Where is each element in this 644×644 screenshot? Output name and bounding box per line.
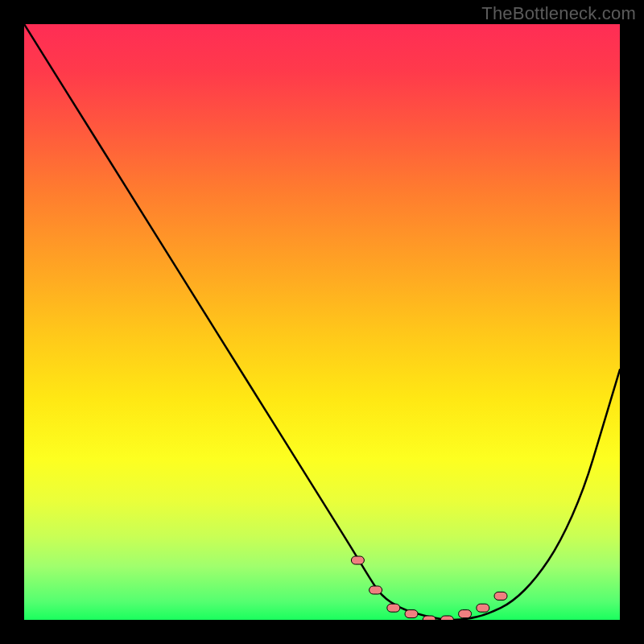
chart-svg <box>24 24 620 620</box>
bottleneck-curve <box>24 24 620 620</box>
data-point-markers <box>351 556 507 620</box>
watermark: TheBottleneck.com <box>481 3 636 24</box>
chart-frame: TheBottleneck.com <box>0 0 644 644</box>
valley-marker <box>423 616 436 620</box>
valley-marker <box>405 610 418 618</box>
valley-marker <box>477 604 489 612</box>
valley-marker <box>459 610 472 618</box>
valley-marker <box>351 556 364 564</box>
valley-marker <box>440 616 453 620</box>
valley-marker <box>387 604 400 612</box>
valley-marker <box>494 592 507 600</box>
valley-marker <box>369 586 382 594</box>
